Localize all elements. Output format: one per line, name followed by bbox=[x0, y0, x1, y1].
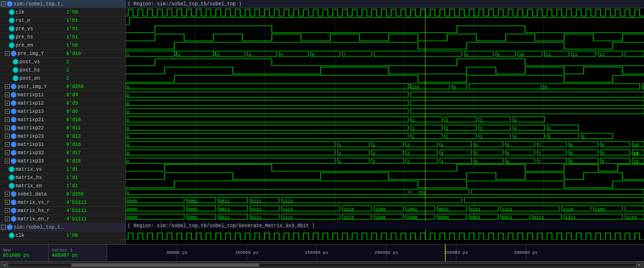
signal-row-clk2[interactable]: clk 1'h0 bbox=[0, 232, 125, 240]
svg-rect-60 bbox=[126, 117, 408, 122]
svg-rect-159 bbox=[601, 158, 630, 163]
expand-icon-pre-img-y[interactable]: + bbox=[5, 51, 10, 56]
signal-row-matrixp31[interactable]: + matrixp31 8'd16 bbox=[0, 141, 125, 149]
svg-rect-98 bbox=[338, 142, 369, 147]
signal-row-matrixp12[interactable]: + matrixp12 8'd5 bbox=[0, 99, 125, 107]
signal-label-pre-en: pre_en bbox=[16, 43, 33, 48]
svg-rect-114 bbox=[601, 142, 630, 147]
svg-text:1100: 1100 bbox=[375, 207, 386, 212]
signal-row-pre-vs[interactable]: pre_vs 1'h1 bbox=[0, 25, 125, 33]
signal-icon-matrix-en-r bbox=[11, 216, 17, 222]
expand-icon-sobel-data[interactable]: + bbox=[5, 192, 10, 197]
svg-rect-106 bbox=[474, 142, 503, 147]
signal-row-matrixp21[interactable]: + matrixp21 8'd10 bbox=[0, 116, 125, 124]
expand-icon-sobel-top[interactable]: - bbox=[1, 1, 6, 6]
svg-text:150000 ps: 150000 ps bbox=[304, 250, 328, 255]
svg-text:3: 3 bbox=[407, 160, 409, 164]
signal-row-post-img-y[interactable]: + post_img_Y 8'd255 bbox=[0, 83, 125, 91]
expand-icon-matrixp12[interactable]: + bbox=[5, 101, 10, 106]
group-header-sobel-top2[interactable]: - sim:/sobel_top_tb/s... bbox=[0, 223, 125, 232]
expand-icon-matrix-hs-r[interactable]: + bbox=[5, 208, 10, 213]
scrollbar-track[interactable] bbox=[8, 263, 636, 267]
svg-text:9: 9 bbox=[602, 143, 604, 148]
svg-text:0011: 0011 bbox=[502, 215, 512, 220]
signal-icon-matrixp11 bbox=[11, 92, 17, 98]
svg-text:1000: 1000 bbox=[407, 215, 417, 220]
scroll-left-btn[interactable]: ◀ bbox=[1, 262, 8, 268]
signal-row-matrixp33[interactable]: + matrixp33 8'd18 bbox=[0, 157, 125, 165]
signal-row-pre-img-y[interactable]: + pre_img_Y 8'd19 bbox=[0, 50, 125, 58]
signal-label-matrixp21: matrixp21 bbox=[18, 117, 44, 123]
svg-rect-26 bbox=[464, 51, 493, 56]
expand-icon-matrix-en-r[interactable]: + bbox=[5, 216, 10, 221]
expand-icon-matrixp32[interactable]: + bbox=[5, 150, 10, 155]
signal-row-pre-hs[interactable]: pre_hs 1'h1 bbox=[0, 33, 125, 41]
signal-row-matrixp32[interactable]: + matrixp32 8'd17 bbox=[0, 149, 125, 157]
timeline-svg: 50000 ps 100000 ps 150000 ps 200000 ps 2… bbox=[107, 245, 644, 261]
expand-icon-matrixp22[interactable]: + bbox=[5, 125, 10, 130]
signal-icon-post-hs bbox=[13, 67, 19, 73]
svg-text:1: 1 bbox=[412, 126, 414, 131]
svg-text:4: 4 bbox=[514, 118, 516, 123]
signal-row-matrixp11[interactable]: + matrixp11 8'd4 bbox=[0, 91, 125, 99]
signal-row-matrix-vs-r[interactable]: + matrix_vs_r 4'b1111 bbox=[0, 198, 125, 207]
signal-row-matrix-hs-r[interactable]: + matrix_hs_r 4'b1111 bbox=[0, 207, 125, 215]
signal-row-post-hs[interactable]: post_hs 1 bbox=[0, 66, 125, 74]
svg-text:50000 ps: 50000 ps bbox=[167, 250, 188, 255]
signal-label-matrixp31: matrixp31 bbox=[18, 142, 44, 147]
timeline-bar[interactable]: 50000 ps 100000 ps 150000 ps 200000 ps 2… bbox=[107, 245, 644, 261]
signal-row-matrix-en-r[interactable]: + matrix_en_r 4'b1111 bbox=[0, 215, 125, 223]
signal-row-matrix-en[interactable]: matrix_en 1'd1 bbox=[0, 182, 125, 190]
svg-text:2: 2 bbox=[178, 53, 180, 57]
expand-icon-matrixp31[interactable]: + bbox=[5, 142, 10, 147]
signal-value-matrixp21: 8'd10 bbox=[64, 117, 94, 123]
svg-text:2: 2 bbox=[446, 126, 448, 131]
expand-icon-matrixp11[interactable]: + bbox=[5, 92, 10, 97]
svg-rect-84 bbox=[411, 133, 442, 139]
signal-row-matrixp13[interactable]: + matrixp13 8'd6 bbox=[0, 107, 125, 116]
svg-line-41 bbox=[408, 83, 411, 86]
group-header-sobel-top[interactable]: - sim:/sobel_top_tb/s... bbox=[0, 0, 125, 8]
svg-rect-57 bbox=[126, 108, 408, 114]
svg-rect-134 bbox=[569, 150, 598, 155]
expand-icon-post-img-y[interactable]: + bbox=[5, 84, 10, 89]
signal-row-matrix-vs[interactable]: matrix_vs 1'd1 bbox=[0, 165, 125, 174]
cursor-label: Cursor 1 bbox=[52, 248, 104, 253]
signal-label-pre-vs: pre_vs bbox=[16, 26, 33, 32]
expand-icon-matrix-vs-r[interactable]: + bbox=[5, 200, 10, 205]
signal-row-pre-en[interactable]: pre_en 1'h0 bbox=[0, 41, 125, 50]
svg-text:2: 2 bbox=[373, 143, 375, 148]
expand-icon-matrixp23[interactable]: + bbox=[5, 134, 10, 139]
expand-icon-matrixp33[interactable]: + bbox=[5, 159, 10, 163]
signal-row-post-en[interactable]: post_en 1 bbox=[0, 74, 125, 83]
signal-label-matrixp11: matrixp11 bbox=[18, 92, 44, 98]
signal-row-matrixp22[interactable]: + matrixp22 8'd11 bbox=[0, 124, 125, 132]
signal-value-post-vs: 1 bbox=[64, 59, 94, 65]
region-label: ( Region: sim:/sobel_top_tb/sobel_top ) bbox=[126, 0, 644, 8]
svg-line-13 bbox=[213, 51, 216, 54]
group-label-sobel-top2: sim:/sobel_top_tb/s... bbox=[14, 225, 64, 230]
signal-row-clk[interactable]: clk 1'h0 bbox=[0, 8, 125, 17]
scroll-right-btn[interactable]: ▶ bbox=[636, 262, 643, 268]
signal-icon-matrix-hs-r bbox=[11, 208, 17, 214]
svg-text:0011: 0011 bbox=[219, 215, 230, 220]
expand-icon-sobel-top2[interactable]: - bbox=[1, 225, 6, 230]
scrollbar-thumb[interactable] bbox=[71, 264, 259, 267]
svg-rect-78 bbox=[513, 125, 545, 130]
signal-row-matrix-hs[interactable]: matrix_hs 1'd1 bbox=[0, 174, 125, 182]
svg-text:1100: 1100 bbox=[594, 207, 605, 212]
signal-row-rst-n[interactable]: rst_n 1'h1 bbox=[0, 17, 125, 25]
expand-icon-matrixp21[interactable]: + bbox=[5, 117, 10, 122]
svg-rect-147 bbox=[406, 158, 437, 163]
signal-row-matrixp23[interactable]: + matrixp23 8'd12 bbox=[0, 132, 125, 141]
signal-value-matrix-en: 1'd1 bbox=[64, 183, 94, 189]
expand-icon-matrixp13[interactable]: + bbox=[5, 109, 10, 114]
svg-rect-205 bbox=[625, 206, 644, 211]
waveform-rows: 1 2 3 4 5 6 7 bbox=[126, 8, 644, 240]
svg-rect-128 bbox=[474, 150, 503, 155]
signal-row-post-vs[interactable]: post_vs 1 bbox=[0, 58, 125, 66]
svg-rect-178 bbox=[464, 197, 644, 203]
svg-rect-118 bbox=[126, 150, 335, 155]
signal-value-matrixp31: 8'd16 bbox=[64, 142, 94, 147]
signal-row-sobel-data[interactable]: + sobel_data 8'd255 bbox=[0, 190, 125, 198]
